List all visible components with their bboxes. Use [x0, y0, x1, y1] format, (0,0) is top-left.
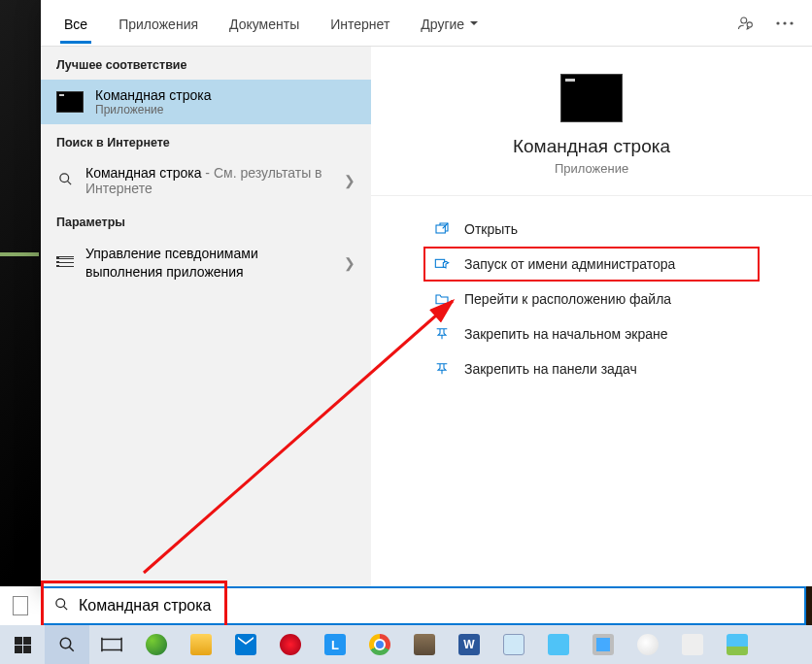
tab-more[interactable]: Другие — [405, 4, 493, 43]
svg-point-0 — [741, 17, 747, 23]
svg-rect-11 — [102, 640, 121, 650]
search-icon — [56, 172, 74, 189]
tab-apps[interactable]: Приложения — [103, 4, 214, 43]
pin-taskbar-icon — [433, 361, 451, 377]
result-title: Командная строка — [95, 87, 355, 103]
detail-title: Командная строка — [390, 136, 793, 157]
action-pin-to-taskbar[interactable]: Закрепить на панели задач — [423, 351, 760, 386]
taskbar-notepad[interactable] — [491, 625, 536, 664]
tab-internet[interactable]: Интернет — [315, 4, 405, 43]
svg-point-1 — [747, 21, 752, 26]
action-run-as-admin[interactable]: Запуск от имени администратора — [423, 247, 760, 282]
chevron-right-icon: ❯ — [344, 255, 355, 271]
result-subtitle: Приложение — [95, 103, 355, 116]
taskbar-word[interactable]: W — [447, 625, 491, 664]
section-best-match: Лучшее соответствие — [41, 47, 371, 80]
taskbar-file-explorer[interactable] — [179, 625, 223, 664]
feedback-icon[interactable] — [727, 4, 765, 43]
action-label: Закрепить на начальном экране — [464, 326, 668, 342]
more-options-icon[interactable] — [765, 4, 804, 43]
svg-point-3 — [783, 21, 786, 24]
taskbar-app-5[interactable] — [670, 625, 715, 664]
taskbar-app-3[interactable] — [536, 625, 581, 664]
svg-point-8 — [56, 598, 65, 607]
result-title: Управление псевдонимами выполнения прило… — [85, 245, 332, 282]
folder-icon — [433, 291, 451, 307]
action-label: Запуск от имени администратора — [464, 256, 675, 272]
svg-point-10 — [60, 638, 71, 648]
search-tabs: Все Приложения Документы Интернет Другие — [41, 0, 812, 47]
action-label: Закрепить на панели задач — [464, 361, 637, 377]
taskbar-app-4[interactable] — [581, 625, 626, 664]
settings-list-icon — [56, 256, 74, 270]
taskbar-paint[interactable] — [626, 625, 670, 664]
results-list: Лучшее соответствие Командная строка При… — [41, 47, 371, 586]
search-input[interactable] — [79, 597, 793, 614]
taskbar-photos[interactable] — [715, 625, 760, 664]
app-icon-large — [560, 74, 623, 122]
tab-documents[interactable]: Документы — [214, 4, 315, 43]
windows-logo-icon — [15, 637, 31, 653]
pin-start-icon — [433, 326, 451, 342]
section-web-search: Поиск в Интернете — [41, 124, 371, 157]
tab-all[interactable]: Все — [49, 4, 103, 43]
taskbar-chrome[interactable] — [357, 625, 402, 664]
task-view-button[interactable] — [89, 625, 134, 664]
svg-point-5 — [59, 174, 68, 183]
detail-pane: Командная строка Приложение Открыть Запу… — [371, 47, 812, 586]
result-title: Командная строка - См. результаты в Инте… — [85, 165, 332, 196]
action-label: Перейти к расположению файла — [464, 291, 671, 307]
action-pin-to-start[interactable]: Закрепить на начальном экране — [423, 316, 760, 351]
svg-point-2 — [776, 21, 779, 24]
svg-rect-6 — [436, 225, 445, 233]
taskbar-app-l[interactable]: L — [313, 625, 357, 664]
admin-shield-icon — [433, 256, 451, 272]
svg-point-4 — [790, 21, 793, 24]
result-settings[interactable]: Управление псевдонимами выполнения прило… — [41, 237, 371, 289]
document-icon — [13, 596, 28, 615]
open-icon — [433, 221, 451, 237]
result-best-match[interactable]: Командная строка Приложение — [41, 80, 371, 124]
action-open[interactable]: Открыть — [423, 212, 760, 247]
chevron-right-icon: ❯ — [344, 173, 355, 188]
search-bar[interactable] — [41, 586, 806, 625]
search-icon — [54, 597, 69, 615]
cmd-icon — [56, 91, 84, 113]
detail-subtitle: Приложение — [390, 161, 793, 176]
taskbar-app-2[interactable] — [402, 625, 447, 664]
action-label: Открыть — [464, 221, 518, 237]
windows-search-panel: Все Приложения Документы Интернет Другие… — [41, 0, 812, 586]
taskbar-mail[interactable] — [223, 625, 268, 664]
taskbar: L W — [0, 625, 812, 664]
result-web[interactable]: Командная строка - См. результаты в Инте… — [41, 157, 371, 204]
taskbar-opera[interactable] — [268, 625, 313, 664]
start-button[interactable] — [0, 625, 45, 664]
action-open-file-location[interactable]: Перейти к расположению файла — [423, 282, 760, 316]
section-settings: Параметры — [41, 204, 371, 237]
taskbar-search-button[interactable] — [45, 625, 89, 664]
taskbar-app-1[interactable] — [134, 625, 179, 664]
open-app-notepad[interactable] — [0, 586, 41, 625]
